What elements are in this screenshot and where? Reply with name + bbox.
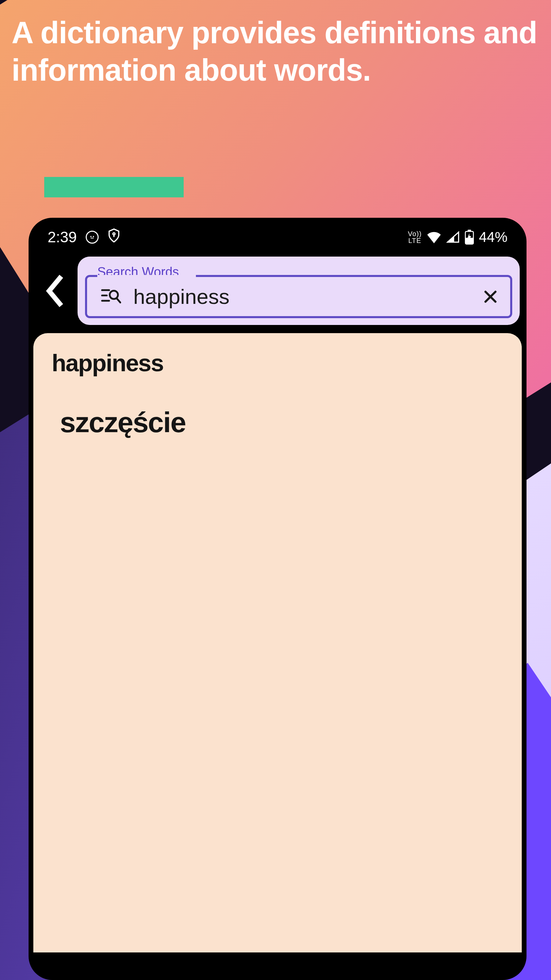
translation-word: szczęście: [60, 406, 503, 439]
shield-icon: [108, 228, 121, 247]
back-button[interactable]: [40, 274, 69, 308]
list-search-icon[interactable]: [101, 287, 121, 306]
search-container: Search Words: [78, 256, 520, 325]
phone-frame: 2:39 Vo)) LTE: [29, 218, 527, 980]
svg-rect-4: [468, 230, 471, 231]
signal-icon: [446, 231, 460, 243]
svg-line-10: [117, 298, 120, 302]
source-word: happiness: [52, 350, 503, 377]
svg-point-0: [91, 236, 91, 237]
search-field-frame: [85, 275, 512, 318]
promo-headline: A dictionary provides definitions and in…: [11, 14, 551, 89]
svg-point-1: [93, 236, 94, 237]
app-header: Search Words: [29, 250, 527, 333]
search-input[interactable]: [133, 285, 469, 309]
status-time: 2:39: [48, 229, 77, 246]
battery-percent: 44%: [479, 229, 508, 245]
svg-point-2: [113, 233, 114, 235]
definition-card: happiness szczęście: [33, 333, 522, 953]
wifi-icon: [427, 231, 441, 243]
accent-bar: [44, 177, 184, 197]
face-icon: [86, 231, 98, 243]
status-bar: 2:39 Vo)) LTE: [29, 218, 527, 250]
clear-button[interactable]: [482, 288, 499, 305]
battery-icon: [465, 230, 474, 245]
volte-icon: Vo)) LTE: [408, 231, 422, 244]
